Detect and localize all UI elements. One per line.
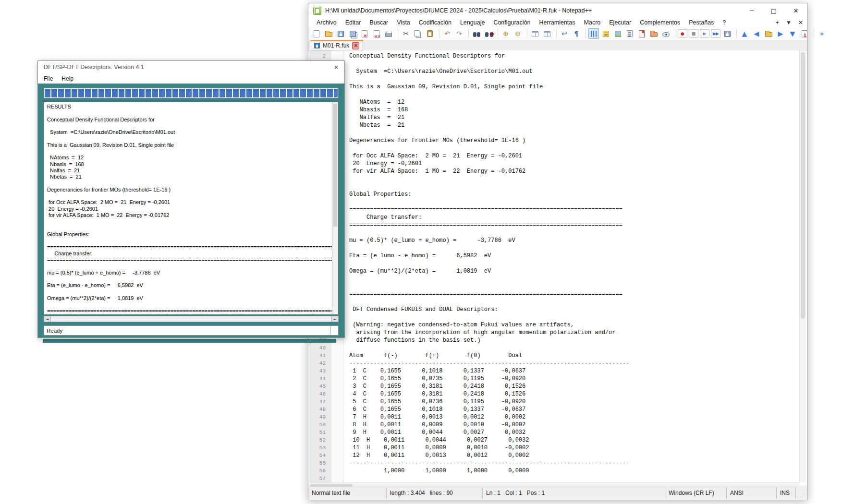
- line-text: ========================================…: [329, 290, 622, 298]
- dft-menu-item-file[interactable]: File: [44, 75, 53, 82]
- editor-line: 7: [309, 91, 800, 98]
- nav-back-icon[interactable]: ◀: [751, 28, 762, 39]
- nav-down-icon[interactable]: ▼: [787, 28, 798, 39]
- results-text-area[interactable]: RESULTS Conceptual Density Functional De…: [44, 102, 339, 315]
- scroll-left-icon[interactable]: ◄: [44, 316, 51, 322]
- menu-item-macro[interactable]: Macro: [580, 18, 605, 27]
- close-tab-icon[interactable]: ✕: [798, 19, 803, 26]
- save-icon[interactable]: [335, 28, 346, 39]
- redo-icon[interactable]: ↷: [454, 28, 464, 39]
- macro-stop-icon[interactable]: ■: [689, 29, 698, 38]
- nav-forward-icon[interactable]: ▶: [775, 28, 786, 39]
- dft-results-line: Nalfas = 21: [47, 168, 332, 174]
- vscroll-thumb[interactable]: [801, 52, 805, 319]
- dft-results-line: [47, 148, 332, 155]
- close-document-icon[interactable]: [359, 28, 370, 39]
- line-text: 2 C 0,1655 0,0735 0,1195 -0,0920: [329, 375, 525, 383]
- folder-as-workspace-icon[interactable]: [648, 28, 659, 39]
- progress-bar-fill: [45, 89, 338, 97]
- menu-item-codificacin[interactable]: Codificación: [415, 18, 456, 27]
- minimize-button[interactable]: ─: [741, 3, 763, 18]
- document-list-icon[interactable]: [624, 28, 635, 39]
- notepadpp-window: H:\Mi unidad\Documentos\Proyectos\DIUMCE…: [308, 3, 807, 500]
- undo-icon[interactable]: ↶: [442, 28, 452, 39]
- dft-menu-item-help[interactable]: Help: [61, 75, 73, 82]
- cut-icon[interactable]: ✂: [401, 28, 411, 39]
- editor-vertical-scrollbar[interactable]: [799, 50, 806, 482]
- nav-up-icon[interactable]: ▲: [739, 28, 750, 39]
- dft-results-line: Charge transfer:: [47, 251, 332, 257]
- dft-results-line: [47, 289, 332, 295]
- preview-eye-icon[interactable]: [660, 28, 671, 39]
- menu-item-?[interactable]: ?: [718, 18, 730, 27]
- open-folder-icon[interactable]: [323, 28, 334, 39]
- function-list-icon[interactable]: [600, 28, 611, 39]
- dft-results-line: Nbetas = 21: [47, 174, 332, 180]
- zoom-in-icon[interactable]: ⊕: [500, 28, 511, 39]
- dft-titlebar[interactable]: DFT/SP-DFT Descriptors. Version 4.1 ✕: [38, 61, 344, 74]
- toolbar-separator: [586, 29, 586, 38]
- menu-item-configuracin[interactable]: Configuración: [489, 18, 535, 27]
- editor-line: 35 DFT Condensed FUKUIS and DUAL Descrip…: [309, 306, 800, 313]
- editor-line: 20Global Properties:: [309, 191, 800, 198]
- notepadpp-app-icon: [313, 7, 321, 15]
- word-wrap-icon[interactable]: ↩: [559, 28, 570, 39]
- copy-icon[interactable]: [413, 28, 423, 39]
- toolbar-separator: [439, 29, 439, 38]
- zoom-out-icon[interactable]: ⊖: [513, 28, 523, 39]
- results-horizontal-scrollbar[interactable]: ◄ ►: [44, 316, 339, 322]
- paste-icon[interactable]: [425, 28, 435, 39]
- tab-controls: +▼✕: [776, 19, 807, 26]
- menu-item-pestaas[interactable]: Pestañas: [684, 18, 718, 27]
- tab-m01-r-fuk[interactable]: M01-R.fuk ✕: [311, 40, 363, 50]
- show-all-characters-icon[interactable]: ¶: [571, 28, 582, 39]
- replace-icon[interactable]: [483, 28, 494, 39]
- tab-close-icon[interactable]: ✕: [352, 42, 359, 49]
- menu-item-archivo[interactable]: Archivo: [312, 18, 341, 27]
- print-icon[interactable]: [383, 28, 394, 39]
- results-vscroll-thumb[interactable]: [333, 104, 337, 227]
- macro-run-multiple-icon[interactable]: ▶▶: [711, 29, 720, 38]
- tab-list-dropdown-icon[interactable]: ▼: [786, 19, 792, 26]
- new-tab-plus-icon[interactable]: +: [776, 19, 779, 26]
- close-button[interactable]: ✕: [785, 3, 807, 18]
- line-text: 10 H 0,0011 0,0044 0,0027 0,0032: [329, 436, 529, 444]
- doc-switcher-icon[interactable]: [799, 28, 810, 39]
- location-folder-icon[interactable]: [763, 28, 774, 39]
- acrobat-document-icon[interactable]: [636, 28, 647, 39]
- scroll-right-icon[interactable]: ►: [331, 316, 338, 322]
- menu-item-complementos[interactable]: Complementos: [635, 18, 684, 27]
- menu-item-vista[interactable]: Vista: [392, 18, 415, 27]
- line-text: 1 C 0,1655 0,1018 0,1337 -0,0637: [329, 367, 525, 375]
- resize-grip[interactable]: ⋰: [796, 487, 807, 499]
- sync-vertical-scrolling-icon[interactable]: [530, 28, 540, 39]
- close-all-documents-icon[interactable]: [371, 28, 382, 39]
- find-icon[interactable]: [471, 28, 482, 39]
- indent-guide-icon[interactable]: [588, 28, 599, 39]
- macro-record-icon[interactable]: ●: [678, 29, 687, 38]
- editor-line: 47 5 C 0,1655 0,0736 0,1195 -0,0920: [309, 398, 800, 406]
- line-text: mu = (0.5)* (e_lumo + e_homo) = -3,7786 …: [329, 237, 515, 244]
- menu-item-herramientas[interactable]: Herramientas: [535, 18, 580, 27]
- menu-item-ejecutar[interactable]: Ejecutar: [605, 18, 635, 27]
- dft-results-line: 20 Energy = -0,2601: [47, 206, 332, 212]
- macro-play-icon[interactable]: ▶: [700, 29, 709, 38]
- editor-line: 30Omega = (mu**2)/(2*eta) = 1,0819 eV: [309, 267, 800, 275]
- new-document-icon[interactable]: [311, 28, 322, 39]
- dft-results-line: [47, 238, 332, 244]
- menu-item-lenguaje[interactable]: Lenguaje: [456, 18, 489, 27]
- editor-area[interactable]: 2Conceptual Density Functional Descripto…: [309, 50, 800, 482]
- results-vertical-scrollbar[interactable]: [332, 102, 338, 314]
- dft-results-line: [47, 301, 332, 308]
- toolbar-overflow-icon[interactable]: »: [817, 28, 827, 39]
- sync-horizontal-scrolling-icon[interactable]: [542, 28, 552, 39]
- menu-item-editar[interactable]: Editar: [341, 18, 366, 27]
- document-map-icon[interactable]: [612, 28, 623, 39]
- menu-item-buscar[interactable]: Buscar: [365, 18, 392, 27]
- dft-close-icon[interactable]: ✕: [328, 64, 344, 71]
- notepadpp-titlebar[interactable]: H:\Mi unidad\Documentos\Proyectos\DIUMCE…: [308, 3, 807, 18]
- save-all-icon[interactable]: [347, 28, 358, 39]
- macro-save-icon[interactable]: [722, 28, 732, 39]
- maximize-button[interactable]: □: [763, 3, 785, 18]
- toolbar-separator: [498, 29, 498, 38]
